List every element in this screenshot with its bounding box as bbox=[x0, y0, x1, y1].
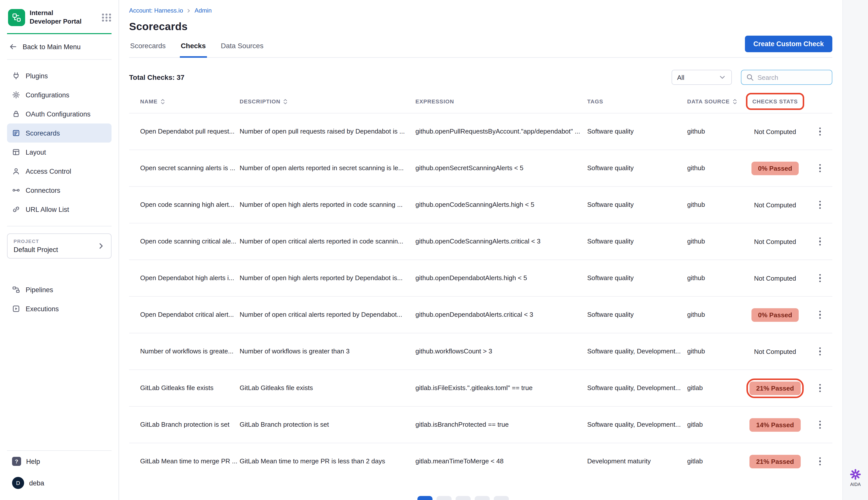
stats-text: Not Computed bbox=[754, 128, 796, 135]
chevron-right-icon bbox=[97, 242, 105, 250]
aida-flower-icon bbox=[850, 469, 861, 480]
column-label: DATA SOURCE bbox=[687, 99, 730, 104]
row-actions bbox=[808, 309, 832, 321]
check-name: GitLab Gitleaks file exists bbox=[129, 384, 240, 392]
page-button[interactable]: 3 bbox=[456, 496, 471, 500]
row-actions bbox=[808, 455, 832, 467]
tab-checks[interactable]: Checks bbox=[180, 35, 207, 58]
check-stats: 0% Passed bbox=[743, 161, 808, 175]
sidebar-item-plugins[interactable]: Plugins bbox=[7, 66, 112, 86]
kebab-menu-icon[interactable] bbox=[814, 125, 826, 138]
check-description: Number of open critical alerts reported … bbox=[240, 310, 415, 319]
check-name: Open code scanning high alert... bbox=[129, 200, 240, 209]
kebab-menu-icon[interactable] bbox=[814, 236, 826, 248]
harness-idp-logo-icon bbox=[8, 9, 25, 26]
check-tags: Software quality bbox=[587, 127, 687, 136]
check-stats: Not Computed bbox=[743, 201, 808, 208]
check-name: Open secret scanning alerts is ... bbox=[129, 164, 240, 172]
page-button[interactable]: 2 bbox=[436, 496, 452, 500]
table-row: Open Dependabot pull request...Number of… bbox=[129, 113, 832, 150]
page-button[interactable]: 5 bbox=[494, 496, 509, 500]
check-expression: github.workflowsCount > 3 bbox=[415, 347, 587, 356]
kebab-menu-icon[interactable] bbox=[814, 345, 826, 357]
check-data-source: gitlab bbox=[687, 457, 743, 466]
sidebar-item-layout[interactable]: Layout bbox=[7, 143, 112, 162]
check-tags: Software quality bbox=[587, 164, 687, 172]
help-button[interactable]: ? Help bbox=[0, 451, 119, 472]
back-arrow-icon bbox=[9, 43, 17, 51]
sidebar-item-executions[interactable]: Executions bbox=[7, 299, 112, 318]
column-header-expression: EXPRESSION bbox=[415, 99, 587, 104]
connector-icon bbox=[12, 186, 20, 194]
breadcrumb-link[interactable]: Account: Harness.io bbox=[129, 7, 183, 14]
back-to-main-menu[interactable]: Back to Main Menu bbox=[0, 34, 119, 59]
breadcrumb-link[interactable]: Admin bbox=[194, 7, 212, 14]
aida-widget[interactable]: AIDA bbox=[850, 469, 861, 487]
project-selector[interactable]: PROJECT Default Project bbox=[7, 234, 112, 259]
check-tags: Software quality, Development... bbox=[587, 420, 687, 429]
sidebar-item-label: Pipelines bbox=[26, 286, 53, 293]
back-label: Back to Main Menu bbox=[23, 43, 81, 50]
sidebar-item-scorecards[interactable]: Scorecards bbox=[7, 124, 112, 143]
table-body: Open Dependabot pull request...Number of… bbox=[129, 113, 832, 479]
kebab-menu-icon[interactable] bbox=[814, 199, 826, 211]
sort-icon[interactable] bbox=[283, 98, 288, 105]
kebab-menu-icon[interactable] bbox=[814, 309, 826, 321]
tab-scorecards[interactable]: Scorecards bbox=[129, 35, 167, 58]
sidebar-item-configurations[interactable]: Configurations bbox=[7, 86, 112, 104]
check-expression: github.openDependabotAlerts.high < 5 bbox=[415, 274, 587, 282]
row-actions bbox=[808, 162, 832, 174]
tabs-row: ScorecardsChecksData Sources Create Cust… bbox=[129, 35, 832, 58]
create-custom-check-button[interactable]: Create Custom Check bbox=[745, 36, 832, 52]
kebab-menu-icon[interactable] bbox=[814, 272, 826, 284]
sort-icon[interactable] bbox=[160, 98, 165, 105]
tab-data-sources[interactable]: Data Sources bbox=[220, 35, 265, 58]
stats-text: Not Computed bbox=[754, 201, 796, 208]
chevron-down-icon bbox=[718, 73, 726, 81]
sidebar: Internal Developer Portal Back to Main M… bbox=[0, 0, 119, 500]
check-description: Number of open pull requests raised by D… bbox=[240, 127, 415, 136]
logo-row: Internal Developer Portal bbox=[0, 0, 119, 33]
search-input[interactable] bbox=[757, 73, 827, 81]
sidebar-item-pipelines[interactable]: Pipelines bbox=[7, 280, 112, 299]
project-name: Default Project bbox=[13, 246, 58, 253]
column-label: EXPRESSION bbox=[415, 99, 454, 104]
sidebar-item-connectors[interactable]: Connectors bbox=[7, 181, 112, 200]
kebab-menu-icon[interactable] bbox=[814, 162, 826, 174]
row-actions bbox=[808, 272, 832, 284]
sort-icon[interactable] bbox=[732, 98, 737, 105]
help-icon: ? bbox=[12, 457, 21, 466]
filter-dropdown[interactable]: All bbox=[671, 70, 732, 85]
check-name: Open Dependabot pull request... bbox=[129, 127, 240, 136]
kebab-menu-icon[interactable] bbox=[814, 419, 826, 431]
page-button[interactable]: 4 bbox=[475, 496, 490, 500]
aida-label: AIDA bbox=[850, 482, 861, 487]
table-row: Open Dependabot critical alert...Number … bbox=[129, 296, 832, 333]
stats-text: Not Computed bbox=[754, 274, 796, 282]
check-data-source: github bbox=[687, 310, 743, 319]
page-button[interactable]: 1 bbox=[418, 496, 433, 500]
check-data-source: github bbox=[687, 200, 743, 209]
check-description: Number of open high alerts reported in c… bbox=[240, 200, 415, 209]
sidebar-item-access-control[interactable]: Access Control bbox=[7, 162, 112, 181]
user-menu[interactable]: D deba bbox=[0, 472, 119, 500]
right-gutter: AIDA bbox=[842, 0, 868, 500]
check-stats: 0% Passed bbox=[743, 308, 808, 321]
breadcrumb: Account: Harness.ioAdmin bbox=[129, 7, 832, 14]
kebab-menu-icon[interactable] bbox=[814, 455, 826, 467]
table-row: GitLab Gitleaks file existsGitLab Gitlea… bbox=[129, 370, 832, 406]
check-stats: Not Computed bbox=[743, 348, 808, 355]
column-label: NAME bbox=[140, 99, 157, 104]
app-grid-icon[interactable] bbox=[102, 13, 112, 22]
check-expression: gitlab.isFileExists.".gitleaks.toml" == … bbox=[415, 384, 587, 392]
sidebar-item-oauth-configurations[interactable]: OAuth Configurations bbox=[7, 104, 112, 124]
link-icon bbox=[12, 205, 20, 213]
app-title: Internal Developer Portal bbox=[30, 9, 83, 26]
check-tags: Software quality bbox=[587, 200, 687, 209]
table-row: Number of workflows is greate...Number o… bbox=[129, 333, 832, 370]
sidebar-item-url-allow-list[interactable]: URL Allow List bbox=[7, 200, 112, 219]
row-actions bbox=[808, 345, 832, 357]
sidebar-item-label: Executions bbox=[26, 305, 59, 312]
kebab-menu-icon[interactable] bbox=[814, 382, 826, 394]
pipeline-icon bbox=[12, 286, 20, 294]
